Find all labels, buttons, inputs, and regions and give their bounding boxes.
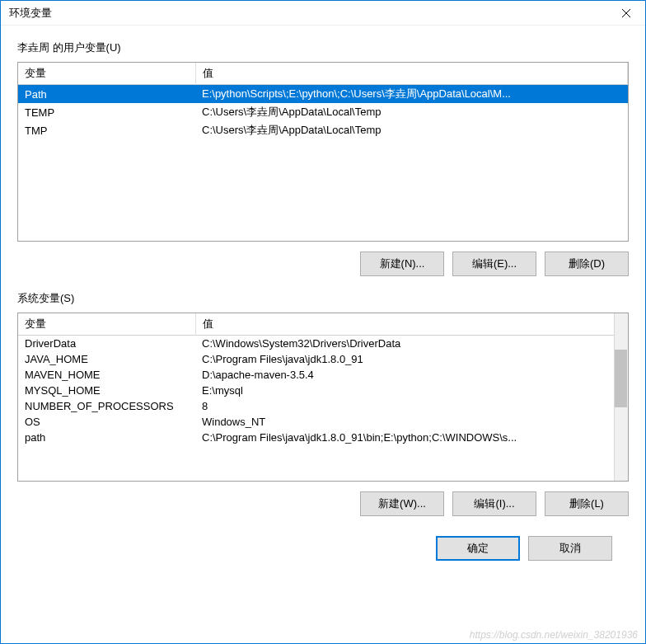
cell-val: C:\Program Files\java\jdk1.8.0_91\bin;E:…: [195, 430, 628, 445]
user-vars-buttons: 新建(N)... 编辑(E)... 删除(D): [17, 251, 629, 276]
cell-val: C:\Users\李垚周\AppData\Local\Temp: [195, 121, 628, 139]
system-vars-list[interactable]: 变量 值 DriverDataC:\Windows\System32\Drive…: [17, 313, 629, 482]
ok-button[interactable]: 确定: [436, 536, 520, 561]
close-icon: [622, 9, 630, 17]
cell-var: TEMP: [18, 103, 195, 121]
table-row[interactable]: OSWindows_NT: [18, 414, 628, 430]
edit-user-var-button[interactable]: 编辑(E)...: [452, 251, 536, 276]
col-header-val[interactable]: 值: [195, 313, 628, 336]
table-row[interactable]: TMP C:\Users\李垚周\AppData\Local\Temp: [18, 121, 628, 139]
system-vars-section: 系统变量(S) 变量 值 DriverDataC:\Windows\System…: [17, 291, 629, 516]
user-vars-list[interactable]: 变量 值 Path E:\python\Scripts\;E:\python\;…: [17, 62, 629, 242]
col-header-var[interactable]: 变量: [18, 313, 195, 336]
cell-var: OS: [18, 414, 195, 430]
table-row[interactable]: JAVA_HOMEC:\Program Files\java\jdk1.8.0_…: [18, 351, 628, 367]
cell-val: C:\Users\李垚周\AppData\Local\Temp: [195, 103, 628, 121]
cell-val: C:\Windows\System32\Drivers\DriverData: [195, 336, 628, 352]
table-row[interactable]: pathC:\Program Files\java\jdk1.8.0_91\bi…: [18, 430, 628, 445]
edit-system-var-button[interactable]: 编辑(I)...: [452, 491, 536, 516]
cell-var: Path: [18, 85, 195, 104]
cell-val: D:\apache-maven-3.5.4: [195, 367, 628, 383]
cell-val: E:\python\Scripts\;E:\python\;C:\Users\李…: [195, 85, 628, 104]
window-title: 环境变量: [9, 6, 52, 21]
cell-var: TMP: [18, 121, 195, 139]
close-button[interactable]: [607, 1, 645, 26]
titlebar: 环境变量: [1, 1, 645, 26]
user-vars-section: 李垚周 的用户变量(U) 变量 值 Path E:\python\Scripts…: [17, 40, 629, 276]
scrollbar[interactable]: [614, 313, 628, 481]
delete-user-var-button[interactable]: 删除(D): [545, 251, 629, 276]
env-vars-dialog: 环境变量 李垚周 的用户变量(U) 变量 值: [0, 0, 646, 644]
cell-var: MAVEN_HOME: [18, 367, 195, 383]
table-row[interactable]: Path E:\python\Scripts\;E:\python\;C:\Us…: [18, 85, 628, 104]
system-vars-label: 系统变量(S): [17, 291, 629, 306]
cell-var: path: [18, 430, 195, 445]
col-header-var[interactable]: 变量: [18, 63, 195, 85]
delete-system-var-button[interactable]: 删除(L): [545, 491, 629, 516]
cell-val: 8: [195, 398, 628, 414]
cell-var: MYSQL_HOME: [18, 383, 195, 398]
table-row[interactable]: TEMP C:\Users\李垚周\AppData\Local\Temp: [18, 103, 628, 121]
cell-val: Windows_NT: [195, 414, 628, 430]
system-vars-table: 变量 值 DriverDataC:\Windows\System32\Drive…: [18, 313, 628, 445]
system-vars-buttons: 新建(W)... 编辑(I)... 删除(L): [17, 491, 629, 516]
cell-var: DriverData: [18, 336, 195, 352]
table-row[interactable]: MAVEN_HOMED:\apache-maven-3.5.4: [18, 367, 628, 383]
table-row[interactable]: DriverDataC:\Windows\System32\Drivers\Dr…: [18, 336, 628, 352]
new-user-var-button[interactable]: 新建(N)...: [360, 251, 444, 276]
cell-val: C:\Program Files\java\jdk1.8.0_91: [195, 351, 628, 367]
cell-val: E:\mysql: [195, 383, 628, 398]
content-area: 李垚周 的用户变量(U) 变量 值 Path E:\python\Scripts…: [1, 26, 645, 643]
cancel-button[interactable]: 取消: [528, 536, 612, 561]
cell-var: NUMBER_OF_PROCESSORS: [18, 398, 195, 414]
cell-var: JAVA_HOME: [18, 351, 195, 367]
user-vars-label: 李垚周 的用户变量(U): [17, 40, 629, 55]
dialog-footer-buttons: 确定 取消: [17, 531, 629, 561]
new-system-var-button[interactable]: 新建(W)...: [360, 491, 444, 516]
table-row[interactable]: MYSQL_HOMEE:\mysql: [18, 383, 628, 398]
col-header-val[interactable]: 值: [195, 63, 628, 85]
table-row[interactable]: NUMBER_OF_PROCESSORS8: [18, 398, 628, 414]
user-vars-table: 变量 值 Path E:\python\Scripts\;E:\python\;…: [18, 63, 628, 139]
scroll-thumb[interactable]: [615, 350, 627, 407]
